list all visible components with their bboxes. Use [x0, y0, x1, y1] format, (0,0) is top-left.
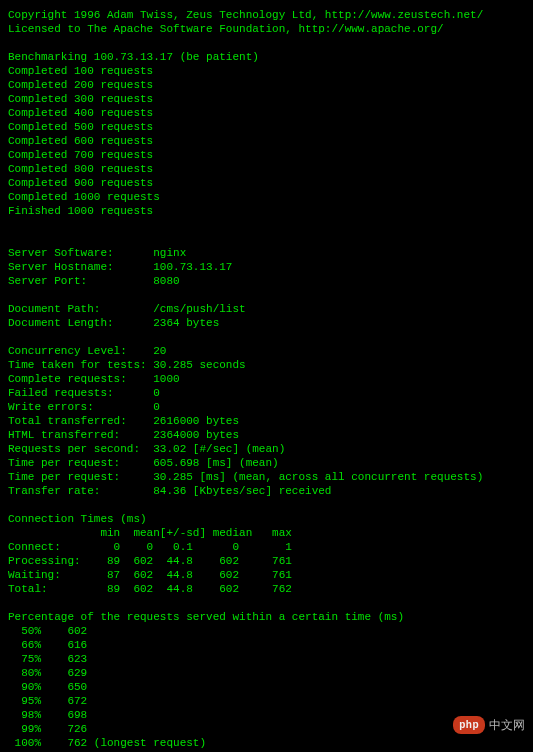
terminal-line: Complete requests: 1000 — [8, 372, 525, 386]
terminal-line: 99% 726 — [8, 722, 525, 736]
terminal-line: Finished 1000 requests — [8, 204, 525, 218]
terminal-output: Copyright 1996 Adam Twiss, Zeus Technolo… — [8, 8, 525, 750]
terminal-line: Completed 900 requests — [8, 176, 525, 190]
watermark-pill: php — [453, 716, 485, 734]
terminal-line: 75% 623 — [8, 652, 525, 666]
terminal-line: Completed 500 requests — [8, 120, 525, 134]
watermark: php 中文网 — [453, 716, 525, 734]
terminal-line: Completed 800 requests — [8, 162, 525, 176]
terminal-line: Failed requests: 0 — [8, 386, 525, 400]
terminal-line: Server Hostname: 100.73.13.17 — [8, 260, 525, 274]
terminal-line: Document Path: /cms/push/list — [8, 302, 525, 316]
terminal-line: Completed 400 requests — [8, 106, 525, 120]
terminal-line: 98% 698 — [8, 708, 525, 722]
terminal-line: Time taken for tests: 30.285 seconds — [8, 358, 525, 372]
terminal-line — [8, 498, 525, 512]
terminal-line: 66% 616 — [8, 638, 525, 652]
terminal-line: 90% 650 — [8, 680, 525, 694]
terminal-line: Concurrency Level: 20 — [8, 344, 525, 358]
terminal-line: Percentage of the requests served within… — [8, 610, 525, 624]
terminal-line — [8, 288, 525, 302]
terminal-line: Connect: 0 0 0.1 0 1 — [8, 540, 525, 554]
terminal-line: Server Port: 8080 — [8, 274, 525, 288]
terminal-line: Write errors: 0 — [8, 400, 525, 414]
terminal-line: 100% 762 (longest request) — [8, 736, 525, 750]
terminal-line: Completed 300 requests — [8, 92, 525, 106]
terminal-line — [8, 218, 525, 232]
terminal-line: Completed 100 requests — [8, 64, 525, 78]
terminal-line: Total transferred: 2616000 bytes — [8, 414, 525, 428]
terminal-line: Processing: 89 602 44.8 602 761 — [8, 554, 525, 568]
terminal-line: Completed 200 requests — [8, 78, 525, 92]
terminal-line: Completed 700 requests — [8, 148, 525, 162]
terminal-line: HTML transferred: 2364000 bytes — [8, 428, 525, 442]
terminal-line: min mean[+/-sd] median max — [8, 526, 525, 540]
terminal-line — [8, 330, 525, 344]
terminal-line: Total: 89 602 44.8 602 762 — [8, 582, 525, 596]
terminal-line: Transfer rate: 84.36 [Kbytes/sec] receiv… — [8, 484, 525, 498]
terminal-line: Document Length: 2364 bytes — [8, 316, 525, 330]
terminal-line: Benchmarking 100.73.13.17 (be patient) — [8, 50, 525, 64]
terminal-line: 95% 672 — [8, 694, 525, 708]
terminal-line: Time per request: 605.698 [ms] (mean) — [8, 456, 525, 470]
terminal-line: Completed 1000 requests — [8, 190, 525, 204]
terminal-line: Requests per second: 33.02 [#/sec] (mean… — [8, 442, 525, 456]
terminal-line: Copyright 1996 Adam Twiss, Zeus Technolo… — [8, 8, 525, 22]
terminal-line: Licensed to The Apache Software Foundati… — [8, 22, 525, 36]
terminal-line: Connection Times (ms) — [8, 512, 525, 526]
terminal-line — [8, 36, 525, 50]
terminal-line: 50% 602 — [8, 624, 525, 638]
terminal-line — [8, 596, 525, 610]
terminal-line: Server Software: nginx — [8, 246, 525, 260]
terminal-line: Waiting: 87 602 44.8 602 761 — [8, 568, 525, 582]
watermark-text: 中文网 — [489, 718, 525, 732]
terminal-line — [8, 232, 525, 246]
terminal-line: Time per request: 30.285 [ms] (mean, acr… — [8, 470, 525, 484]
terminal-line: 80% 629 — [8, 666, 525, 680]
terminal-line: Completed 600 requests — [8, 134, 525, 148]
